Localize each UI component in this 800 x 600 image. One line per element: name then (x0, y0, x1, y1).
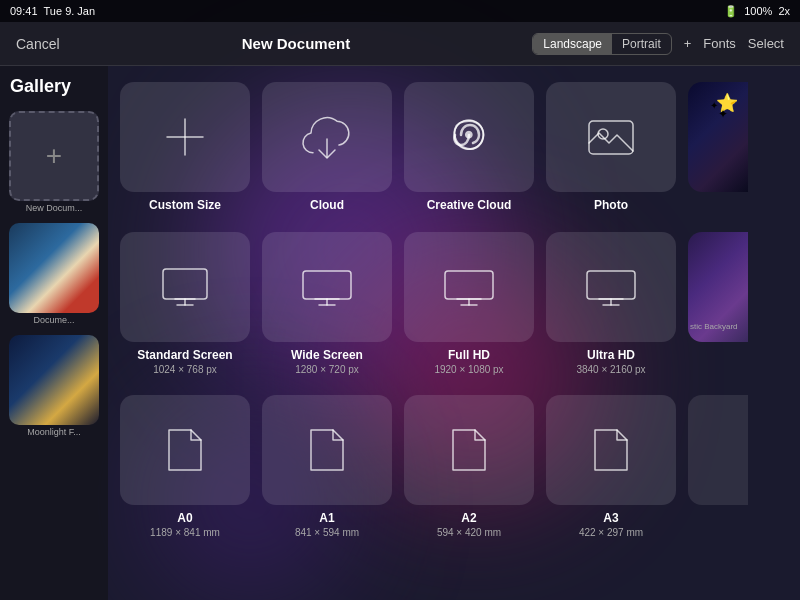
creative-cloud-label: Creative Cloud (427, 198, 512, 212)
template-full-hd[interactable]: Full HD 1920 × 1080 px (404, 232, 534, 375)
template-ultra-hd[interactable]: Ultra HD 3840 × 2160 px (546, 232, 676, 375)
row-3: A0 1189 × 841 mm A1 841 × 594 mm (120, 395, 788, 538)
main-layout: Gallery + New Docum... Docume... Moonlig… (0, 66, 800, 600)
standard-screen-icon-box (120, 232, 250, 342)
battery-label: 2x (778, 5, 790, 17)
creative-cloud-icon: ☉ (439, 107, 499, 167)
svg-rect-6 (163, 269, 207, 299)
document-a1-icon (297, 420, 357, 480)
document-thumb-2[interactable] (9, 335, 99, 425)
battery-icon: 🔋 (724, 5, 738, 18)
landscape-button[interactable]: Landscape (533, 34, 612, 54)
new-document-label: New Docum... (9, 203, 99, 213)
a2-size: 594 × 420 mm (437, 527, 501, 538)
document-a0-icon (155, 420, 215, 480)
portrait-button[interactable]: Portrait (612, 34, 671, 54)
document-a3-icon (581, 420, 641, 480)
svg-rect-4 (589, 121, 633, 154)
svg-rect-10 (303, 271, 351, 299)
row-1: Custom Size Cloud ☉ (120, 82, 788, 212)
select-button[interactable]: Select (748, 36, 784, 51)
photo-icon-box (546, 82, 676, 192)
status-bar: 09:41 Tue 9. Jan 🔋 100% 2x (0, 0, 800, 22)
wide-screen-size: 1280 × 720 px (295, 364, 359, 375)
row-2: Standard Screen 1024 × 768 px Wide Scree… (120, 232, 788, 375)
full-hd-size: 1920 × 1080 px (434, 364, 503, 375)
a3-size: 422 × 297 mm (579, 527, 643, 538)
template-wide-screen[interactable]: Wide Screen 1280 × 720 px (262, 232, 392, 375)
template-creative-cloud[interactable]: ☉ Creative Cloud (404, 82, 534, 212)
cancel-button[interactable]: Cancel (16, 36, 60, 52)
sidebar: Gallery + New Docum... Docume... Moonlig… (0, 66, 108, 600)
photo-label: Photo (594, 198, 628, 212)
status-time: 09:41 (10, 5, 38, 17)
cloud-download-icon (297, 107, 357, 167)
standard-screen-size: 1024 × 768 px (153, 364, 217, 375)
template-a1[interactable]: A1 841 × 594 mm (262, 395, 392, 538)
ultra-hd-size: 3840 × 2160 px (576, 364, 645, 375)
template-standard-screen[interactable]: Standard Screen 1024 × 768 px (120, 232, 250, 375)
top-bar: Cancel New Document Landscape Portrait +… (0, 22, 800, 66)
ultra-hd-label: Ultra HD (587, 348, 635, 362)
wide-screen-label: Wide Screen (291, 348, 363, 362)
photo-icon (581, 107, 641, 167)
ultra-hd-icon-box (546, 232, 676, 342)
document-label-1: Docume... (9, 315, 99, 325)
creative-cloud-icon-box: ☉ (404, 82, 534, 192)
a0-size: 1189 × 841 mm (150, 527, 220, 538)
monitor-wide-icon (297, 257, 357, 317)
plus-icon: + (46, 142, 62, 170)
a1-icon-box (262, 395, 392, 505)
partial-card-3 (688, 395, 748, 538)
full-hd-icon-box (404, 232, 534, 342)
document-label-2: Moonlight F... (9, 427, 99, 437)
template-a3[interactable]: A3 422 × 297 mm (546, 395, 676, 538)
monitor-ultrahd-icon (581, 257, 641, 317)
document-a2-icon (439, 420, 499, 480)
a0-label: A0 (177, 511, 192, 525)
template-a0[interactable]: A0 1189 × 841 mm (120, 395, 250, 538)
a3-label: A3 (603, 511, 618, 525)
new-document-thumb[interactable]: + (9, 111, 99, 201)
document-title: New Document (242, 35, 350, 52)
template-grid: Custom Size Cloud ☉ (108, 66, 800, 600)
fonts-button[interactable]: Fonts (703, 36, 736, 51)
a2-icon-box (404, 395, 534, 505)
plus-large-icon (155, 107, 215, 167)
status-day: Tue 9. Jan (44, 5, 96, 17)
orientation-toggle: Landscape Portrait (532, 33, 671, 55)
template-cloud[interactable]: Cloud (262, 82, 392, 212)
gallery-label: Gallery (6, 76, 71, 97)
partial-card-2: stic Backyard (688, 232, 748, 375)
standard-screen-label: Standard Screen (137, 348, 232, 362)
a2-label: A2 (461, 511, 476, 525)
partial-card-1: ⭐ ✦ ✦ (688, 82, 748, 212)
a3-icon-box (546, 395, 676, 505)
template-a2[interactable]: A2 594 × 420 mm (404, 395, 534, 538)
cloud-icon-box (262, 82, 392, 192)
template-custom-size[interactable]: Custom Size (120, 82, 250, 212)
full-hd-label: Full HD (448, 348, 490, 362)
add-button[interactable]: + (684, 36, 692, 51)
a1-label: A1 (319, 511, 334, 525)
document-thumb-1[interactable] (9, 223, 99, 313)
a1-size: 841 × 594 mm (295, 527, 359, 538)
svg-rect-18 (587, 271, 635, 299)
night-card-thumb: ⭐ ✦ ✦ (688, 82, 748, 192)
template-photo[interactable]: Photo (546, 82, 676, 212)
custom-size-icon-box (120, 82, 250, 192)
monitor-fullhd-icon (439, 257, 499, 317)
custom-size-label: Custom Size (149, 198, 221, 212)
partial-paper-thumb (688, 395, 748, 505)
battery-percent: 100% (744, 5, 772, 17)
monitor-standard-icon (155, 257, 215, 317)
a0-icon-box (120, 395, 250, 505)
partial-label: stic Backyard (688, 232, 748, 331)
cloud-label: Cloud (310, 198, 344, 212)
wide-screen-icon-box (262, 232, 392, 342)
svg-rect-14 (445, 271, 493, 299)
artistic-card-thumb: stic Backyard (688, 232, 748, 342)
